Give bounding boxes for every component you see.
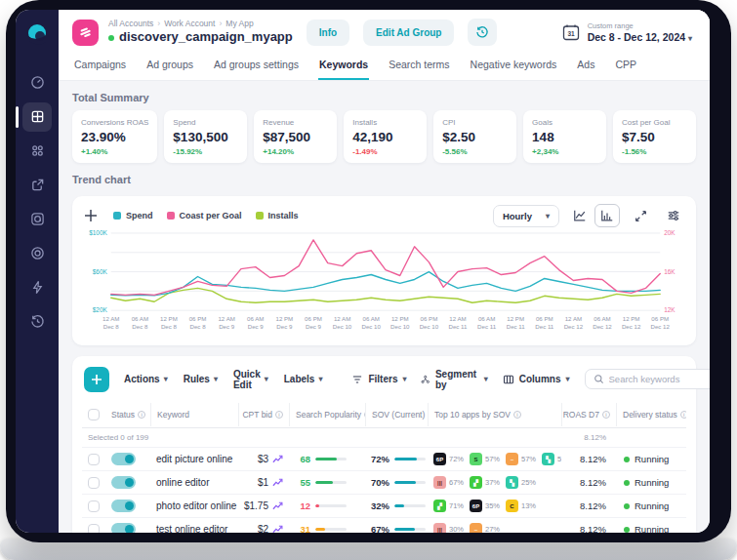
tab-campaigns[interactable]: Campaigns: [73, 51, 127, 80]
dashboard-icon: [30, 75, 45, 90]
segment-by-menu[interactable]: Segment by▾: [421, 369, 487, 390]
table-selected-row: Selected 0 of 199 8.12%: [82, 428, 686, 448]
page-header: All Accounts› Work Account› My App disco…: [59, 10, 710, 49]
add-metric-button[interactable]: [82, 207, 100, 224]
main-area: All Accounts› Work Account› My App disco…: [59, 10, 710, 533]
sidebar-item-apps[interactable]: [22, 137, 52, 166]
trend-line-chart[interactable]: $100K$60K$20K20K16K12K12 AMDec 806 AMDec…: [82, 227, 686, 338]
app-sov-value: 57%: [521, 455, 536, 463]
chevron-down-icon: ▾: [402, 375, 406, 383]
bid-value: $3: [258, 454, 268, 464]
menu-labels[interactable]: Labels▾: [284, 369, 323, 390]
delivery-status-text: Running: [635, 454, 669, 464]
app-c-yellow-icon: C: [506, 500, 518, 512]
info-icon[interactable]: i: [138, 411, 145, 419]
status-toggle[interactable]: [111, 500, 136, 512]
popularity-cell: 68: [289, 448, 365, 471]
keyword-cell: photo editor online: [150, 495, 238, 518]
x-axis-tick-date: Dec 8: [161, 323, 178, 330]
x-axis-tick-date: Dec 11: [507, 323, 526, 330]
select-all-checkbox[interactable]: [88, 409, 100, 420]
brand-logo[interactable]: [25, 22, 49, 46]
y-axis-right-label: 16K: [664, 268, 676, 275]
sov-bar: [394, 481, 426, 484]
columns-menu[interactable]: Columns▾: [503, 374, 570, 385]
row-checkbox[interactable]: [88, 524, 100, 533]
history-button[interactable]: [468, 19, 497, 46]
sov-bar-fill: [394, 458, 417, 460]
page-title: discovery_campaign_myapp: [119, 30, 293, 45]
x-axis-tick-date: Dec 11: [477, 323, 497, 330]
row-checkbox[interactable]: [88, 454, 100, 465]
status-toggle[interactable]: [111, 523, 136, 533]
popularity-bar: [315, 504, 347, 507]
popularity-value: 31: [295, 524, 310, 533]
y-axis-right-label: 12K: [664, 306, 676, 313]
x-axis-tick-date: Dec 9: [219, 323, 235, 330]
sidebar-item-export[interactable]: [22, 171, 52, 200]
x-axis-tick-date: Dec 10: [420, 323, 439, 330]
row-checkbox[interactable]: [88, 477, 100, 489]
filters-menu[interactable]: Filters▾: [351, 374, 406, 385]
edit-ad-group-button[interactable]: Edit Ad Group: [363, 20, 454, 46]
status-toggle[interactable]: [111, 453, 136, 465]
menu-actions[interactable]: Actions▾: [124, 369, 168, 390]
tab-ads[interactable]: Ads: [576, 51, 595, 80]
breadcrumb-work-account[interactable]: Work Account: [164, 20, 215, 29]
sidebar-item-dashboard[interactable]: [22, 68, 52, 98]
app-sov-item: ▞37%: [470, 476, 500, 489]
info-icon[interactable]: i: [513, 411, 521, 419]
sidebar-item-campaigns[interactable]: [22, 102, 52, 132]
info-icon[interactable]: i: [602, 411, 610, 419]
bid-trend-icon[interactable]: [272, 451, 283, 468]
status-toggle[interactable]: [111, 476, 136, 489]
menu-quick-edit[interactable]: Quick Edit▾: [233, 369, 268, 390]
menu-rules[interactable]: Rules▾: [184, 369, 218, 390]
metric-label: CPI: [442, 118, 508, 127]
column-label: Keyword: [157, 410, 189, 420]
breadcrumb-all-accounts[interactable]: All Accounts: [108, 20, 153, 29]
summary-card: Installs42,190-1.49%: [344, 110, 427, 163]
tab-search-terms[interactable]: Search terms: [388, 51, 450, 80]
sidebar-item-automation[interactable]: [22, 273, 52, 302]
tab-ad-groups-settings[interactable]: Ad groups settings: [213, 51, 300, 80]
x-axis-tick-time: 12 AM: [565, 315, 582, 322]
legend-item-coast-per-goal[interactable]: Coast per Goal: [167, 211, 242, 220]
chart-settings-button[interactable]: [661, 204, 686, 227]
bid-trend-icon[interactable]: [272, 474, 283, 492]
column-label: Delivery status: [623, 410, 677, 420]
date-range-picker[interactable]: 31 Custom range Dec 8 - Dec 12, 2024 ▾: [561, 21, 696, 43]
tab-cpp[interactable]: CPP: [614, 51, 637, 80]
sidebar-item-search-ads[interactable]: [22, 205, 52, 234]
x-axis-tick-time: 06 PM: [421, 315, 438, 322]
tab-negative-keywords[interactable]: Negative keywords: [470, 51, 558, 80]
info-icon[interactable]: i: [680, 411, 686, 419]
svg-text:31: 31: [567, 30, 575, 37]
bar-chart-toggle[interactable]: [594, 204, 620, 227]
app-icon: [72, 20, 99, 46]
table-header: StatusiKeywordCPT bidiSearch Popularityi…: [82, 402, 686, 428]
search-input[interactable]: [609, 374, 710, 384]
add-keyword-button[interactable]: [84, 367, 109, 392]
info-button[interactable]: Info: [307, 20, 349, 46]
metric-value: $2.50: [442, 130, 508, 144]
line-chart-toggle[interactable]: [567, 204, 593, 227]
info-icon[interactable]: i: [275, 411, 283, 419]
x-axis-tick-time: 06 AM: [132, 315, 148, 322]
legend-item-installs[interactable]: Installs: [256, 211, 299, 220]
interval-select[interactable]: Hourly ▾: [493, 205, 559, 227]
breadcrumb-my-app[interactable]: My App: [225, 20, 253, 29]
row-checkbox[interactable]: [88, 500, 100, 512]
tab-ad-groups[interactable]: Ad groups: [145, 51, 194, 80]
tab-keywords[interactable]: Keywords: [318, 51, 369, 80]
legend-item-spend[interactable]: Spend: [113, 211, 153, 220]
expand-icon: [635, 210, 647, 222]
bid-trend-icon[interactable]: [272, 521, 283, 533]
expand-chart-button[interactable]: [628, 204, 653, 227]
app-6p-icon: 6P: [433, 453, 446, 465]
bid-trend-icon[interactable]: [272, 498, 283, 515]
campaigns-grid-icon: [30, 109, 45, 124]
sidebar-item-history[interactable]: [22, 307, 52, 337]
sidebar-item-goals[interactable]: [22, 239, 52, 268]
x-axis-tick-time: 06 PM: [536, 315, 553, 322]
